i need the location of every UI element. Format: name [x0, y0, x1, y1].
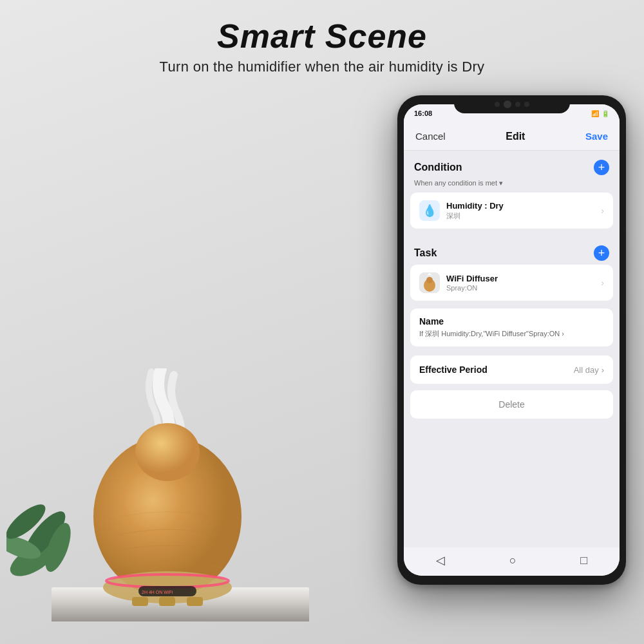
title-section: Smart Scene Turn on the humidifier when … [0, 0, 644, 75]
home-nav-button[interactable]: ○ [509, 554, 516, 567]
add-task-button[interactable]: + [594, 245, 609, 261]
status-time: 16:08 [414, 109, 432, 117]
back-nav-button[interactable]: ◁ [436, 553, 445, 567]
diffuser-icon [419, 272, 440, 293]
phone-screen: 16:08 📶 🔋 Cancel Edit Save Cond [404, 104, 620, 576]
task-header: Task + [404, 236, 620, 265]
add-condition-button[interactable]: + [594, 160, 609, 175]
effective-label: Effective Period [419, 365, 488, 375]
condition-subtitle: When any condition is met ▾ [404, 179, 620, 193]
humidity-icon: 💧 [419, 200, 440, 221]
svg-text:2H 4H ON WiFi: 2H 4H ON WiFi [142, 590, 173, 594]
svg-rect-11 [132, 597, 148, 606]
name-value: If 深圳 Humidity:Dry,"WiFi Diffuser"Spray:… [419, 329, 604, 339]
svg-point-16 [426, 277, 433, 283]
diffuser-title: WiFi Diffuser [446, 274, 596, 283]
spacer-1 [404, 230, 620, 236]
phone-container: 16:08 📶 🔋 Cancel Edit Save Cond [397, 95, 626, 585]
task-card: WiFi Diffuser Spray:ON › [410, 265, 613, 301]
nav-bar: Cancel Edit Save [404, 122, 620, 151]
spacer-3 [404, 348, 620, 354]
camera-dot-left [495, 102, 500, 107]
humidity-text: Humidity : Dry 深圳 [446, 201, 596, 221]
name-label: Name [419, 316, 604, 327]
condition-card: 💧 Humidity : Dry 深圳 › [410, 193, 613, 229]
diffuser-text: WiFi Diffuser Spray:ON [446, 274, 596, 292]
main-title: Smart Scene [0, 18, 644, 55]
effective-value: All day › [574, 365, 604, 375]
subtitle: Turn on the humidifier when the air humi… [0, 59, 644, 75]
humidity-chevron: › [601, 205, 604, 216]
status-icons: 📶 🔋 [591, 110, 609, 117]
humidity-title: Humidity : Dry [446, 201, 596, 211]
condition-header: Condition + [404, 151, 620, 179]
svg-rect-13 [159, 597, 175, 606]
screen-content: Condition + When any condition is met ▾ … [404, 151, 620, 547]
humidity-subtitle: 深圳 [446, 211, 596, 221]
recent-nav-button[interactable]: □ [580, 554, 587, 567]
diffuser-chevron: › [601, 278, 604, 288]
name-section[interactable]: Name If 深圳 Humidity:Dry,"WiFi Diffuser"S… [410, 308, 613, 346]
effective-period-row[interactable]: Effective Period All day › [410, 355, 613, 384]
humidifier: 2H 4H ON WiFi [77, 368, 258, 607]
nav-title: Edit [506, 131, 525, 142]
shelf-front [52, 605, 309, 621]
phone-bottom-nav: ◁ ○ □ [404, 547, 620, 576]
camera-main [504, 100, 511, 108]
camera-dot-far [524, 102, 529, 107]
spacer-2 [404, 302, 620, 308]
delete-button[interactable]: Delete [410, 390, 613, 419]
diffuser-row[interactable]: WiFi Diffuser Spray:ON › [410, 265, 613, 301]
task-section-title: Task [414, 247, 437, 259]
condition-section-title: Condition [414, 162, 462, 173]
diffuser-subtitle: Spray:ON [446, 284, 596, 292]
svg-point-6 [135, 423, 200, 481]
svg-rect-12 [187, 597, 203, 606]
camera-bar [454, 95, 570, 113]
humidity-row[interactable]: 💧 Humidity : Dry 深圳 › [410, 193, 613, 229]
camera-dot-right [515, 102, 520, 107]
cancel-button[interactable]: Cancel [415, 131, 446, 142]
save-button[interactable]: Save [585, 131, 608, 142]
page-wrapper: Smart Scene Turn on the humidifier when … [0, 0, 644, 644]
battery-icon: 🔋 [601, 110, 609, 117]
wifi-icon: 📶 [591, 110, 599, 117]
phone-frame: 16:08 📶 🔋 Cancel Edit Save Cond [397, 95, 626, 585]
